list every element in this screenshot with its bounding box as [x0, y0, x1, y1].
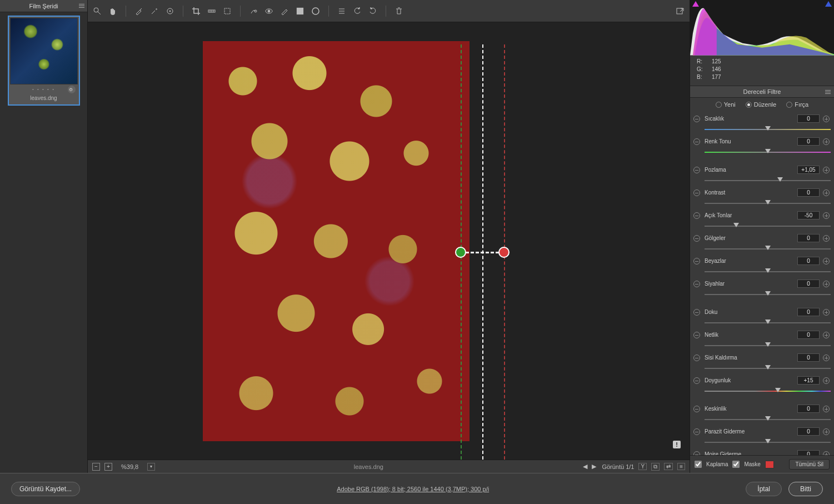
clarity-plus-button[interactable]	[823, 332, 830, 338]
temp-slider[interactable]	[705, 127, 831, 133]
noise-value[interactable]: 0	[797, 427, 820, 436]
moire-value[interactable]: 0	[797, 450, 820, 455]
spot-heal-icon[interactable]	[248, 6, 258, 16]
blacks-minus-button[interactable]	[693, 281, 700, 287]
cancel-button[interactable]: İptal	[746, 482, 782, 496]
whites-minus-button[interactable]	[693, 258, 700, 265]
tint-minus-button[interactable]	[693, 138, 700, 145]
rotate-ccw-icon[interactable]	[352, 6, 362, 16]
contrast-value[interactable]: 0	[797, 188, 820, 197]
saturation-minus-button[interactable]	[693, 377, 700, 384]
temp-value[interactable]: 0	[797, 114, 820, 123]
dehaze-minus-button[interactable]	[693, 355, 700, 361]
highlights-plus-button[interactable]	[823, 212, 830, 219]
exposure-plus-button[interactable]	[823, 167, 830, 173]
redeye-icon[interactable]	[264, 6, 274, 16]
rotate-cw-icon[interactable]	[368, 6, 378, 16]
texture-value[interactable]: 0	[797, 308, 820, 316]
clarity-slider[interactable]	[705, 343, 831, 349]
sharpness-minus-button[interactable]	[693, 406, 700, 412]
temp-minus-button[interactable]	[693, 116, 700, 122]
target-adjust-icon[interactable]	[165, 6, 175, 16]
tint-plus-button[interactable]	[823, 138, 830, 145]
clipping-warning-icon[interactable]: !	[673, 441, 681, 448]
gradient-pin-end[interactable]	[498, 247, 510, 258]
save-image-button[interactable]: Görüntü Kaydet...	[11, 482, 80, 496]
whites-plus-button[interactable]	[823, 258, 830, 265]
settings-sliders-icon[interactable]: ≡	[677, 463, 685, 470]
open-image-icon[interactable]	[675, 6, 685, 16]
texture-minus-button[interactable]	[693, 309, 700, 316]
sharpness-slider[interactable]	[705, 417, 831, 423]
before-after-Y-icon[interactable]: Y	[638, 463, 647, 470]
filmstrip-thumb[interactable]: • • • • •⚙ leaves.dng	[8, 16, 80, 106]
temp-plus-button[interactable]	[823, 116, 830, 122]
clarity-minus-button[interactable]	[693, 332, 700, 338]
crop-icon[interactable]	[191, 6, 201, 16]
fit-plus-icon[interactable]: +	[104, 463, 112, 471]
gradient-radial-icon[interactable]	[311, 6, 321, 16]
whites-slider[interactable]	[705, 270, 831, 275]
straighten-icon[interactable]	[207, 6, 217, 16]
mode-edit[interactable]: Düzenle	[746, 101, 776, 108]
texture-plus-button[interactable]	[823, 309, 830, 316]
zoom-icon[interactable]	[92, 6, 102, 16]
saturation-slider[interactable]	[705, 389, 831, 395]
saturation-plus-button[interactable]	[823, 377, 830, 384]
moire-minus-button[interactable]	[693, 451, 700, 456]
exposure-minus-button[interactable]	[693, 167, 700, 173]
dehaze-value[interactable]: 0	[797, 353, 820, 362]
mask-color-swatch[interactable]	[765, 461, 774, 468]
presets-icon[interactable]	[337, 6, 347, 16]
image-metadata-link[interactable]: Adobe RGB (1998); 8 bit; 2560 ile 1440 (…	[80, 486, 746, 492]
mode-brush[interactable]: Fırça	[786, 101, 808, 108]
blacks-slider[interactable]	[705, 292, 831, 298]
done-button[interactable]: Bitti	[788, 482, 823, 496]
contrast-minus-button[interactable]	[693, 189, 700, 196]
gradient-linear-icon[interactable]	[295, 6, 305, 16]
sharpness-value[interactable]: 0	[797, 405, 820, 413]
noise-slider[interactable]	[705, 440, 831, 446]
gradient-line-center[interactable]	[482, 44, 483, 460]
hand-icon[interactable]	[108, 6, 118, 16]
eyedropper-sample-icon[interactable]	[149, 6, 159, 16]
noise-minus-button[interactable]	[693, 428, 700, 435]
zoom-dropdown-icon[interactable]: ▾	[147, 463, 155, 471]
contrast-slider[interactable]	[705, 201, 831, 207]
blacks-plus-button[interactable]	[823, 281, 830, 287]
noise-plus-button[interactable]	[823, 428, 830, 435]
gradient-line-end[interactable]	[504, 44, 505, 460]
next-image-icon[interactable]: ▶	[591, 463, 597, 470]
highlights-value[interactable]: -50	[797, 211, 820, 219]
delete-all-button[interactable]: Tümünü Sil	[789, 459, 830, 470]
shadows-value[interactable]: 0	[797, 234, 820, 242]
highlights-slider[interactable]	[705, 224, 831, 229]
saturation-value[interactable]: +15	[797, 376, 820, 385]
highlights-minus-button[interactable]	[693, 212, 700, 219]
texture-slider[interactable]	[705, 321, 831, 326]
blacks-value[interactable]: 0	[797, 280, 820, 288]
brush-icon[interactable]	[279, 6, 289, 16]
eyedropper-wb-icon[interactable]	[134, 6, 144, 16]
shadows-minus-button[interactable]	[693, 235, 700, 242]
trash-icon[interactable]	[394, 6, 404, 16]
exposure-value[interactable]: +1,05	[797, 166, 820, 174]
clarity-value[interactable]: 0	[797, 331, 820, 339]
exposure-slider[interactable]	[705, 178, 831, 184]
prev-image-icon[interactable]: ◀	[582, 463, 588, 470]
dehaze-plus-button[interactable]	[823, 355, 830, 361]
canvas[interactable]: !	[88, 22, 690, 460]
transform-icon[interactable]	[222, 6, 232, 16]
sharpness-plus-button[interactable]	[823, 406, 830, 412]
overlay-checkbox[interactable]	[695, 461, 702, 468]
shadows-plus-button[interactable]	[823, 235, 830, 242]
fit-minus-icon[interactable]: −	[92, 463, 100, 471]
filmstrip-menu-icon[interactable]	[79, 4, 84, 8]
mask-checkbox[interactable]	[732, 461, 740, 468]
compare-swap-icon[interactable]: ⇄	[664, 463, 673, 470]
moire-plus-button[interactable]	[823, 451, 830, 456]
whites-value[interactable]: 0	[797, 257, 820, 265]
mode-new[interactable]: Yeni	[716, 101, 736, 108]
histogram[interactable]	[690, 0, 834, 56]
panel-menu-icon[interactable]	[825, 90, 831, 94]
